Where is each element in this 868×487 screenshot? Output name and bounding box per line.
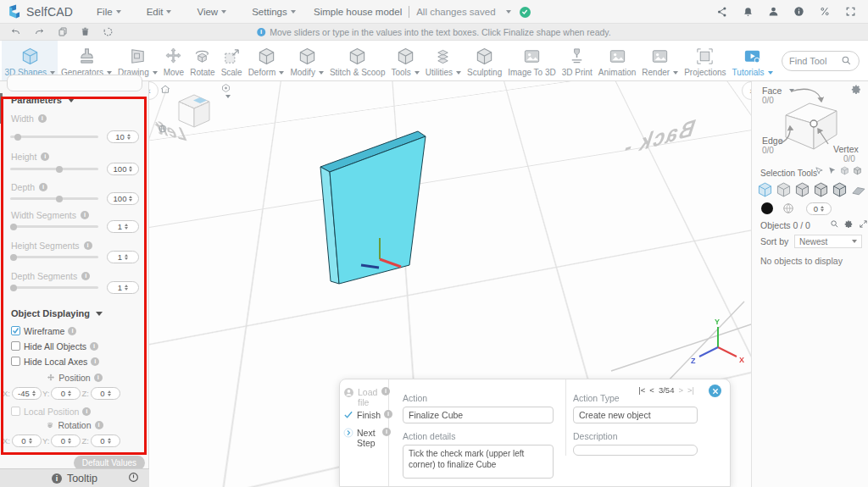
stepper-arrows-icon[interactable] (125, 224, 128, 230)
select-plane-icon[interactable] (849, 181, 867, 198)
select-face-cube-icon[interactable] (831, 181, 849, 198)
stepper-arrows-icon[interactable] (32, 390, 36, 397)
tool-stitch-scoop[interactable]: Stitch & Scoop (326, 41, 388, 80)
user-account-icon[interactable] (768, 6, 779, 17)
rotation-z-input[interactable]: 0 (91, 434, 120, 447)
tool-rotate[interactable]: Rotate (187, 41, 218, 80)
tool-utilities[interactable]: Utilities (422, 41, 464, 80)
height-value-input[interactable]: 100 (107, 163, 139, 175)
depth-segments-input[interactable]: 1 (107, 281, 139, 294)
height-slider[interactable] (10, 168, 98, 170)
description-input[interactable] (573, 445, 698, 456)
copy-icon[interactable] (58, 26, 68, 37)
position-x-input[interactable]: -45 (12, 387, 42, 400)
cursor-select-icon[interactable] (827, 166, 837, 175)
chevron-down-icon[interactable] (225, 95, 231, 98)
stepper-arrows-icon[interactable] (125, 285, 128, 291)
select-grid-cube-icon[interactable] (793, 181, 811, 198)
parameters-section-header[interactable]: Parameters (11, 95, 75, 105)
info-icon[interactable] (39, 183, 47, 191)
info-icon[interactable] (95, 421, 103, 429)
tooltip-bar[interactable]: Tooltip (0, 468, 149, 487)
object-displaying-section-header[interactable]: Object Displaying (11, 308, 103, 318)
stepper-arrows-icon[interactable] (821, 206, 824, 213)
height-segments-input[interactable]: 1 (107, 251, 139, 263)
close-dialog-button[interactable] (709, 385, 721, 397)
tool-image-to-3d[interactable]: Image To 3D (505, 41, 559, 80)
stepper-arrows-icon[interactable] (108, 438, 111, 445)
depth-segments-slider[interactable] (10, 286, 98, 289)
info-icon[interactable] (382, 428, 391, 436)
load-file-button[interactable]: Load file (343, 387, 390, 407)
width-segments-input[interactable]: 1 (107, 220, 139, 233)
stepper-arrows-icon[interactable] (129, 166, 132, 173)
cube-solid-select-icon[interactable] (853, 166, 862, 175)
expand-arrows-icon[interactable] (859, 219, 868, 229)
gear-icon[interactable] (844, 219, 854, 229)
share-icon[interactable] (716, 6, 728, 18)
tool-sculpting[interactable]: Sculpting (465, 41, 505, 80)
menu-edit[interactable]: Edit (147, 7, 172, 17)
sort-dropdown[interactable]: Newest (794, 235, 862, 248)
info-icon[interactable] (90, 342, 98, 351)
finish-button[interactable]: Finish (343, 410, 392, 420)
fullscreen-icon[interactable] (845, 6, 856, 17)
action-input[interactable] (403, 407, 554, 423)
wireframe-checkbox[interactable] (11, 326, 20, 335)
notifications-bell-icon[interactable] (743, 6, 754, 18)
height-segments-slider[interactable] (10, 256, 98, 258)
stepper-arrows-icon[interactable] (129, 196, 132, 202)
tool-deform[interactable]: Deform (245, 41, 287, 80)
color-swatch-black[interactable] (761, 202, 773, 214)
select-vertices-cube-icon[interactable] (775, 181, 793, 198)
app-logo[interactable]: SelfCAD (0, 3, 81, 19)
position-z-input[interactable]: 0 (91, 387, 120, 400)
delete-trash-icon[interactable] (81, 26, 90, 37)
info-icon[interactable] (81, 211, 89, 219)
first-step-button[interactable]: |< (638, 385, 645, 395)
info-icon[interactable] (84, 241, 92, 250)
next-step-pager-button[interactable]: > (678, 385, 683, 395)
depth-value-input[interactable]: 100 (107, 192, 139, 205)
width-value-input[interactable]: 10 (107, 130, 139, 143)
action-details-textarea[interactable]: Tick the check mark (upper left corner) … (403, 445, 554, 479)
info-icon[interactable] (793, 6, 804, 17)
info-icon[interactable] (38, 114, 47, 123)
globe-icon[interactable] (158, 124, 168, 136)
width-slider[interactable] (10, 136, 98, 138)
info-icon[interactable] (68, 327, 76, 335)
menu-view[interactable]: View (197, 7, 226, 17)
width-segments-slider[interactable] (10, 225, 98, 228)
mesh-sphere-icon[interactable] (782, 202, 794, 214)
search-icon[interactable] (830, 219, 839, 229)
redo-icon[interactable] (34, 27, 45, 37)
info-icon[interactable] (384, 410, 392, 418)
chevron-down-icon[interactable] (506, 10, 511, 14)
info-icon[interactable] (81, 272, 90, 280)
perspective-toggle-icon[interactable] (220, 83, 231, 98)
rotation-x-input[interactable]: 0 (12, 434, 42, 447)
depth-slider[interactable] (10, 197, 98, 200)
stepper-arrows-icon[interactable] (127, 134, 131, 141)
navigation-cube[interactable] (175, 91, 214, 132)
vertex-mode-label[interactable]: Vertex (833, 144, 859, 154)
panel-scrollbar[interactable] (0, 93, 3, 124)
position-y-input[interactable]: 0 (51, 387, 81, 400)
reset-icon[interactable] (103, 26, 114, 37)
stepper-arrows-icon[interactable] (68, 390, 71, 397)
prev-step-button[interactable]: < (649, 385, 654, 395)
hide-local-axes-checkbox[interactable] (11, 357, 20, 366)
gear-icon[interactable] (851, 84, 862, 97)
tool-3d-print[interactable]: 3D Print (559, 41, 595, 80)
tool-render[interactable]: Render (639, 41, 682, 80)
menu-settings[interactable]: Settings (252, 7, 296, 17)
viewport-3d[interactable]: Left Back - Y (149, 81, 751, 487)
rotation-y-input[interactable]: 0 (51, 434, 81, 447)
action-type-input[interactable] (573, 407, 698, 423)
home-view-icon[interactable] (159, 84, 171, 97)
local-position-checkbox[interactable] (11, 407, 20, 416)
tool-tutorials[interactable]: Tutorials (729, 41, 776, 80)
stepper-arrows-icon[interactable] (125, 254, 128, 261)
cube-select-icon[interactable] (840, 166, 849, 175)
info-icon[interactable] (91, 357, 99, 366)
